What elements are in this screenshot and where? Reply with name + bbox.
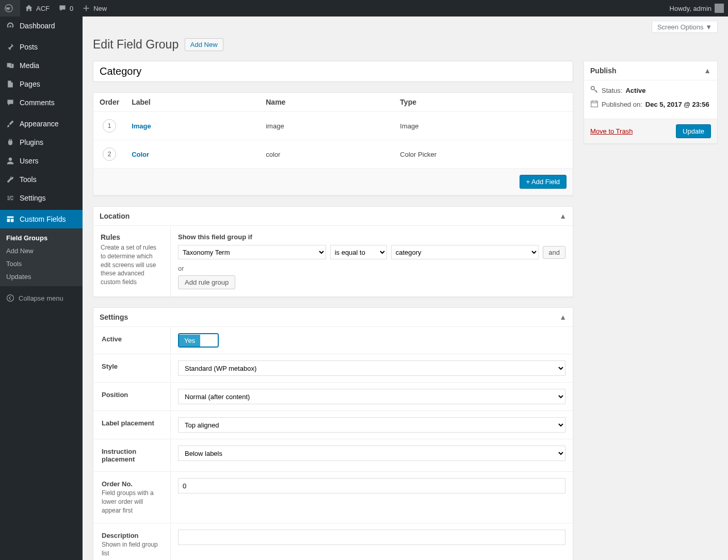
labelplacement-label: Label placement — [93, 411, 171, 439]
condition-label: Show this field group if — [178, 233, 565, 241]
field-row[interactable]: 2 Color color Color Picker — [93, 140, 573, 169]
order-badge[interactable]: 2 — [103, 147, 116, 161]
media-icon — [5, 60, 15, 71]
position-select[interactable]: Normal (after content) — [178, 389, 565, 404]
menu-settings[interactable]: Settings — [0, 189, 83, 207]
labelplacement-select[interactable]: Top aligned — [178, 417, 565, 433]
update-button[interactable]: Update — [676, 124, 711, 138]
menu-tools[interactable]: Tools — [0, 170, 83, 189]
orderno-label: Order No. — [102, 480, 133, 488]
collapse-icon — [5, 293, 15, 303]
settings-postbox: Settings▲ Active Yes Style Standard (WP … — [93, 307, 573, 560]
and-button[interactable]: and — [543, 246, 565, 259]
layout-icon — [5, 214, 15, 224]
active-toggle[interactable]: Yes — [178, 333, 219, 348]
publish-postbox: Publish▲ Status: Active Published on: De… — [584, 61, 718, 144]
col-label: Label — [125, 93, 260, 112]
rule-operator-select[interactable]: is equal to — [330, 245, 387, 259]
rule-value-select[interactable]: category — [391, 245, 539, 259]
comment-icon — [58, 4, 67, 13]
menu-pages[interactable]: Pages — [0, 75, 83, 93]
new-content[interactable]: New — [77, 0, 111, 17]
field-name: color — [260, 140, 394, 169]
published-value: Dec 5, 2017 @ 23:56 — [645, 101, 709, 108]
active-label: Active — [93, 327, 171, 354]
menu-appearance[interactable]: Appearance — [0, 114, 83, 133]
home-icon — [24, 4, 34, 13]
col-name: Name — [260, 93, 394, 112]
comments-link[interactable]: 0 — [54, 0, 77, 17]
description-input[interactable] — [178, 530, 565, 545]
location-heading[interactable]: Location▲ — [93, 207, 573, 226]
submenu-updates[interactable]: Updates — [0, 270, 83, 283]
add-new-button[interactable]: Add New — [185, 38, 223, 51]
caret-down-icon: ▼ — [705, 23, 712, 31]
submenu-add-new[interactable]: Add New — [0, 244, 83, 257]
admin-bar: ACF 0 New Howdy, admin — [0, 0, 728, 17]
style-select[interactable]: Standard (WP metabox) — [178, 360, 565, 376]
instruction-label: Instruction placement — [93, 439, 171, 471]
rules-label: Rules — [101, 233, 163, 241]
plus-icon — [82, 4, 91, 13]
avatar-icon — [715, 4, 724, 13]
settings-heading[interactable]: Settings▲ — [93, 308, 573, 327]
wrench-icon — [5, 174, 15, 185]
menu-posts[interactable]: Posts — [0, 38, 83, 56]
admin-menu: Dashboard Posts Media Pages Comments App… — [0, 17, 83, 560]
caret-up-icon: ▲ — [704, 67, 711, 75]
fields-postbox: Order Label Name Type 1 Image image — [93, 92, 573, 196]
pin-icon — [5, 42, 15, 52]
rule-param-select[interactable]: Taxonomy Term — [178, 245, 326, 259]
my-account[interactable]: Howdy, admin — [666, 0, 728, 17]
menu-custom-fields[interactable]: Custom Fields — [0, 210, 83, 228]
caret-up-icon: ▲ — [559, 313, 567, 321]
comments-count: 0 — [70, 5, 73, 12]
svg-point-2 — [7, 295, 14, 302]
publish-heading[interactable]: Publish▲ — [584, 61, 717, 80]
submenu-tools[interactable]: Tools — [0, 257, 83, 270]
new-label: New — [93, 5, 107, 12]
calendar-icon — [590, 100, 598, 109]
plug-icon — [5, 137, 15, 147]
rules-desc: Create a set of rules to determine which… — [101, 243, 163, 287]
description-label: Description — [102, 532, 139, 539]
status-value: Active — [625, 87, 645, 94]
page-title: Edit Field Group — [93, 38, 179, 52]
site-label: ACF — [36, 5, 50, 12]
or-label: or — [178, 265, 565, 272]
menu-media[interactable]: Media — [0, 56, 83, 75]
field-type: Color Picker — [394, 140, 573, 169]
field-name: image — [260, 112, 394, 140]
submenu-field-groups[interactable]: Field Groups — [0, 232, 83, 244]
add-rule-group-button[interactable]: Add rule group — [178, 275, 235, 289]
field-label-link[interactable]: Color — [132, 151, 149, 158]
status-label: Status: — [602, 87, 622, 94]
field-label-link[interactable]: Image — [132, 122, 151, 130]
instruction-select[interactable]: Below labels — [178, 446, 565, 461]
svg-point-1 — [9, 158, 12, 161]
page-icon — [5, 79, 15, 89]
col-order: Order — [93, 93, 125, 112]
wp-logo[interactable] — [0, 0, 20, 17]
field-row[interactable]: 1 Image image Image — [93, 112, 573, 140]
collapse-menu[interactable]: Collapse menu — [0, 289, 83, 307]
col-type: Type — [394, 93, 573, 112]
group-title-input[interactable] — [93, 61, 573, 82]
key-icon — [590, 86, 598, 95]
style-label: Style — [93, 354, 171, 382]
comment-icon — [5, 97, 15, 108]
move-to-trash-link[interactable]: Move to Trash — [590, 127, 633, 135]
add-field-button[interactable]: + Add Field — [520, 175, 567, 189]
menu-comments[interactable]: Comments — [0, 93, 83, 112]
position-label: Position — [93, 383, 171, 410]
menu-users[interactable]: Users — [0, 152, 83, 170]
dashboard-icon — [5, 21, 15, 31]
site-name[interactable]: ACF — [20, 0, 54, 17]
menu-dashboard[interactable]: Dashboard — [0, 17, 83, 35]
field-type: Image — [394, 112, 573, 140]
orderno-input[interactable] — [178, 478, 565, 493]
menu-plugins[interactable]: Plugins — [0, 133, 83, 152]
order-badge[interactable]: 1 — [103, 119, 116, 133]
screen-options-button[interactable]: Screen Options ▼ — [652, 22, 718, 33]
sliders-icon — [5, 193, 15, 203]
